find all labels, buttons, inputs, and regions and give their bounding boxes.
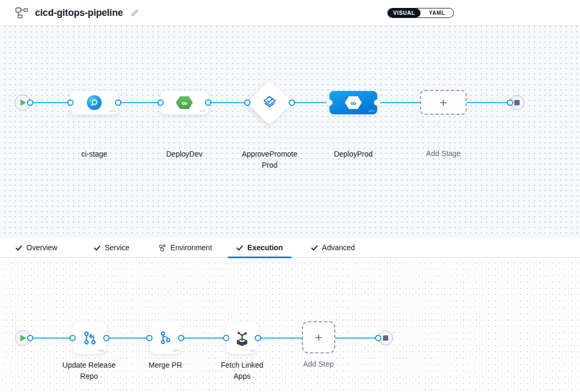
step-label: Update Release Repo [57,360,121,382]
plus-icon: + [315,330,322,345]
check-icon [311,244,318,251]
tab-label: Service [105,243,130,252]
stage-config-tabbar: Overview Service Environment Execution A… [0,237,580,258]
stage-node-approvepromoteprod[interactable] [246,79,293,126]
visual-yaml-toggle: VISUAL YAML [387,8,454,18]
tab-advanced[interactable]: Advanced [300,238,365,258]
step-label: Fetch Linked Apps [216,360,269,382]
connector-port[interactable] [146,335,153,341]
stage-canvas: </> ci-stage ∞ </> DeployDev ApproveProm… [0,26,580,237]
connector-port[interactable] [27,99,33,106]
stop-icon [383,335,388,341]
tab-label: Environment [171,243,212,252]
connector-port[interactable] [374,99,380,106]
ci-build-icon [87,95,102,110]
pipeline-icon [15,6,29,19]
tab-overview[interactable]: Overview [6,238,66,258]
connector-port[interactable] [244,99,251,106]
stage-label: DeployDev [150,149,219,160]
step-label: Merge PR [133,360,197,371]
plus-icon: + [440,95,447,110]
add-step-label: Add Step [287,359,350,370]
fetch-linked-apps-icon [233,329,251,347]
stage-node-deploydev[interactable]: ∞ </> [160,91,208,114]
pipeline-studio: cicd-gitops-pipeline VISUAL YAML [0,0,580,392]
add-stage-button[interactable]: + [420,90,467,115]
code-badge-icon: </> [98,349,104,353]
tab-execution[interactable]: Execution [228,238,291,258]
stage-node-deployprod[interactable]: ∞ </> [329,91,377,114]
tab-label: Execution [247,243,283,252]
connector-port[interactable] [255,335,261,341]
add-step-button[interactable]: + [302,321,335,353]
connector-port[interactable] [375,335,381,341]
tab-label: Advanced [322,243,355,252]
stop-icon [514,100,520,105]
cd-infinity-hexagon-icon: ∞ [345,96,362,110]
header-bar: cicd-gitops-pipeline VISUAL YAML [0,0,580,26]
step-node-fetch-linked-apps[interactable]: </> [226,322,258,354]
play-icon [20,335,26,341]
cd-infinity-hexagon-icon: ∞ [176,96,193,110]
connector-port[interactable] [205,99,211,106]
pipeline-title: cicd-gitops-pipeline [35,7,123,19]
connector-port[interactable] [157,99,164,106]
git-merge-icon [157,330,174,347]
check-icon [15,244,22,251]
stage-label: ci-stage [60,149,129,160]
stage-node-ci-stage[interactable]: </> [70,91,118,114]
toggle-yaml-button[interactable]: YAML [421,8,453,17]
tab-service[interactable]: Service [84,238,139,258]
connector-port[interactable] [326,99,333,106]
edit-pencil-icon[interactable] [130,8,139,17]
toggle-visual-button[interactable]: VISUAL [388,8,421,17]
stage-label: DeployProd [319,149,388,160]
execution-step-canvas: </> Update Release Repo </> Merge PR [0,258,580,392]
approval-check-icon [262,95,278,111]
step-node-update-release-repo[interactable]: </> [73,322,106,354]
connector-port[interactable] [103,335,110,341]
add-stage-label: Add Stage [409,148,478,159]
step-node-merge-pr[interactable]: </> [149,322,181,354]
connector-port[interactable] [223,335,229,341]
check-icon [94,244,101,251]
stage-label: ApprovePromoteProd [240,149,299,171]
tab-label: Overview [26,243,57,252]
code-badge-icon: </> [110,109,115,113]
check-icon [236,244,243,251]
code-badge-icon: </> [173,349,179,353]
code-badge-icon: </> [200,109,206,113]
connector-port[interactable] [27,335,33,341]
connector-port[interactable] [289,99,295,106]
connector-port[interactable] [178,335,184,341]
connector-port[interactable] [67,99,74,106]
environment-graph-icon [158,244,166,252]
code-badge-icon: </> [369,109,374,113]
play-icon [20,99,26,106]
connector-port[interactable] [69,335,76,341]
connector-port[interactable] [507,99,513,106]
tab-environment[interactable]: Environment [149,238,221,258]
git-update-release-icon [81,329,99,347]
connector-port[interactable] [115,99,121,106]
code-badge-icon: </> [249,349,255,353]
